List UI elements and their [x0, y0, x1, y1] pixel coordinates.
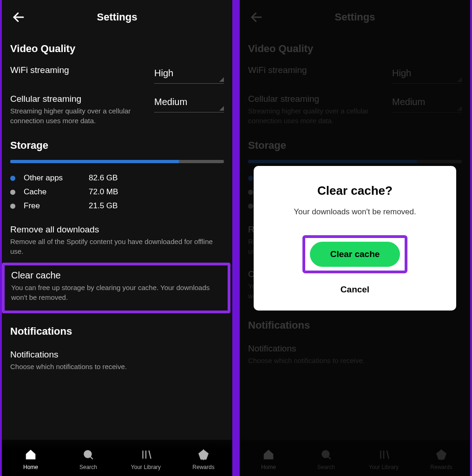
storage-legend: Other apps 82.6 GB Cache 72.0 MB Free 21…	[10, 173, 224, 211]
cellular-streaming-row[interactable]: Cellular streaming Streaming higher qual…	[10, 94, 224, 126]
back-button[interactable]	[10, 9, 27, 26]
svg-point-1	[84, 450, 91, 457]
nav-your library[interactable]: Your Library	[127, 449, 164, 470]
page-title: Settings	[97, 11, 138, 23]
legend-row: Cache 72.0 MB	[10, 187, 224, 197]
legend-row: Other apps 82.6 GB	[10, 173, 224, 183]
clear-cache-dialog: Clear cache? Your downloads won't be rem…	[254, 166, 456, 311]
legend-value: 82.6 GB	[89, 173, 118, 183]
nav-label: Your Library	[131, 464, 161, 470]
clear-cache-sub: You can free up storage by clearing your…	[11, 283, 221, 302]
arrow-left-icon	[12, 10, 26, 24]
nav-search[interactable]: Search	[70, 449, 107, 470]
storage-bar	[10, 160, 224, 163]
wifi-streaming-label: WiFi streaming	[10, 65, 145, 75]
clear-cache[interactable]: Clear cache You can free up storage by c…	[2, 263, 230, 313]
clear-cache-confirm-button[interactable]: Clear cache	[310, 242, 400, 267]
storage-heading: Storage	[10, 139, 224, 152]
legend-dot-icon	[10, 204, 15, 209]
legend-value: 21.5 GB	[89, 201, 118, 211]
nav-rewards[interactable]: Rewards	[185, 449, 222, 470]
clear-cache-title: Clear cache	[11, 270, 221, 281]
notifications-row[interactable]: Notifications Choose which notifications…	[10, 347, 224, 378]
remove-downloads[interactable]: Remove all downloads Remove all of the S…	[10, 222, 224, 263]
settings-screen: Settings Video Quality WiFi streaming Hi…	[2, 0, 232, 476]
cellular-streaming-sub: Streaming higher quality over a cellular…	[10, 106, 145, 126]
video-quality-heading: Video Quality	[10, 43, 224, 55]
notifications-row-sub: Choose which notifications to receive.	[10, 362, 224, 371]
phone-left: Settings Video Quality WiFi streaming Hi…	[0, 0, 234, 476]
legend-name: Free	[24, 201, 89, 211]
home-icon	[25, 449, 37, 462]
cellular-streaming-label: Cellular streaming	[10, 94, 145, 104]
legend-row: Free 21.5 GB	[10, 201, 224, 211]
dialog-message: Your downloads won't be removed.	[266, 207, 444, 217]
bottom-nav: Home Search Your Library Rewards	[2, 440, 232, 476]
nav-home[interactable]: Home	[12, 449, 49, 470]
rewards-icon	[197, 449, 210, 462]
legend-dot-icon	[10, 190, 15, 195]
svg-line-2	[90, 456, 92, 459]
svg-line-5	[149, 450, 151, 458]
cellular-streaming-select[interactable]: Medium	[154, 94, 224, 112]
dialog-title: Clear cache?	[266, 184, 444, 198]
notifications-row-title: Notifications	[10, 350, 224, 360]
dialog-confirm-highlight: Clear cache	[302, 235, 408, 273]
dialog-cancel-button[interactable]: Cancel	[266, 284, 444, 295]
legend-name: Cache	[24, 187, 89, 197]
legend-dot-icon	[10, 176, 15, 181]
legend-value: 72.0 MB	[89, 187, 118, 197]
remove-downloads-sub: Remove all of the Spotify content you ha…	[10, 237, 224, 256]
legend-name: Other apps	[24, 173, 89, 183]
notifications-heading: Notifications	[10, 325, 224, 337]
wifi-streaming-select[interactable]: High	[154, 65, 224, 84]
header: Settings	[10, 5, 224, 30]
phone-right: Settings Video Quality WiFi streaming Hi…	[238, 0, 472, 476]
remove-downloads-title: Remove all downloads	[10, 225, 224, 235]
dialog-overlay[interactable]: Clear cache? Your downloads won't be rem…	[240, 0, 470, 476]
nav-label: Rewards	[192, 464, 214, 470]
search-icon	[82, 449, 94, 462]
library-icon	[140, 449, 152, 462]
nav-label: Home	[23, 464, 38, 470]
wifi-streaming-row[interactable]: WiFi streaming High	[10, 65, 224, 84]
nav-label: Search	[79, 464, 97, 470]
storage-bar-fill	[10, 160, 179, 163]
